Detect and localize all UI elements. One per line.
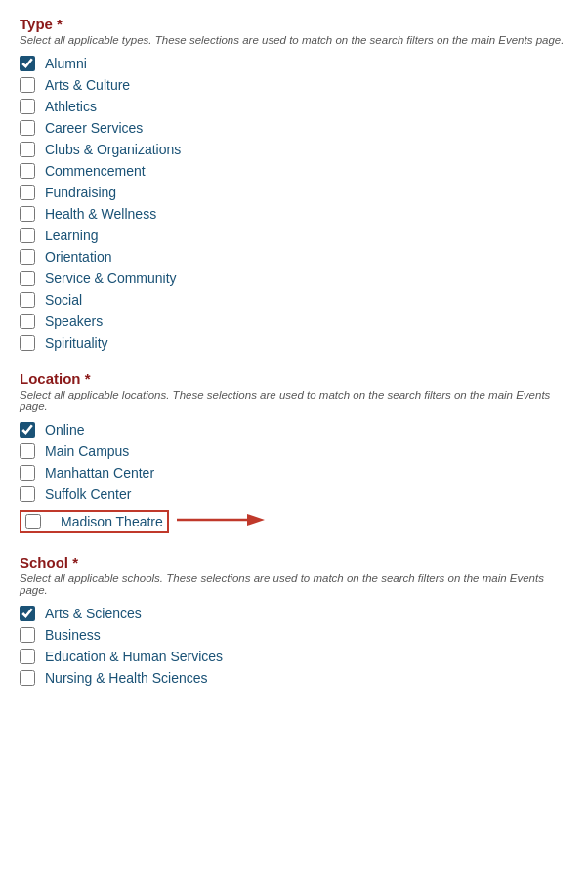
business-label[interactable]: Business [45, 627, 101, 643]
main-campus-checkbox[interactable] [20, 443, 35, 459]
career-services-checkbox[interactable] [20, 120, 35, 136]
madison-theatre-checkbox[interactable] [25, 514, 41, 529]
svg-marker-1 [247, 514, 265, 526]
service-community-checkbox[interactable] [20, 271, 35, 286]
list-item: Athletics [20, 99, 568, 114]
arrow-icon [177, 508, 265, 534]
business-checkbox[interactable] [20, 627, 35, 643]
suffolk-center-checkbox[interactable] [20, 486, 35, 502]
nursing-health-sciences-checkbox[interactable] [20, 670, 35, 686]
fundraising-checkbox[interactable] [20, 185, 35, 200]
location-section-title: Location * [20, 370, 568, 387]
nursing-health-sciences-label[interactable]: Nursing & Health Sciences [45, 670, 208, 686]
list-item: Career Services [20, 120, 568, 136]
list-item: Health & Wellness [20, 206, 568, 222]
list-item: Learning [20, 228, 568, 243]
alumni-label[interactable]: Alumni [45, 56, 87, 71]
madison-theatre-item: Madison Theatre [20, 508, 568, 534]
list-item: Arts & Culture [20, 77, 568, 93]
manhattan-center-checkbox[interactable] [20, 465, 35, 481]
clubs-organizations-label[interactable]: Clubs & Organizations [45, 142, 181, 157]
spirituality-label[interactable]: Spirituality [45, 335, 108, 351]
orientation-checkbox[interactable] [20, 249, 35, 265]
fundraising-label[interactable]: Fundraising [45, 185, 116, 200]
spirituality-checkbox[interactable] [20, 335, 35, 351]
list-item: Suffolk Center [20, 486, 568, 502]
orientation-label[interactable]: Orientation [45, 249, 111, 265]
school-section-desc: Select all applicable schools. These sel… [20, 572, 568, 596]
list-item: Nursing & Health Sciences [20, 670, 568, 686]
learning-checkbox[interactable] [20, 228, 35, 243]
main-campus-label[interactable]: Main Campus [45, 443, 129, 459]
location-checkbox-list: Online Main Campus Manhattan Center Suff… [20, 422, 568, 534]
arts-sciences-checkbox[interactable] [20, 606, 35, 621]
athletics-checkbox[interactable] [20, 99, 35, 114]
type-section-title: Type * [20, 16, 568, 32]
list-item: Business [20, 627, 568, 643]
arts-culture-label[interactable]: Arts & Culture [45, 77, 130, 93]
list-item: Social [20, 292, 568, 308]
list-item: Orientation [20, 249, 568, 265]
athletics-label[interactable]: Athletics [45, 99, 97, 114]
list-item: Speakers [20, 314, 568, 329]
service-community-label[interactable]: Service & Community [45, 271, 177, 286]
school-required-star: * [72, 554, 78, 570]
school-title-text: School [20, 554, 68, 570]
list-item: Alumni [20, 56, 568, 71]
speakers-label[interactable]: Speakers [45, 314, 103, 329]
education-human-services-label[interactable]: Education & Human Services [45, 649, 223, 664]
online-checkbox[interactable] [20, 422, 35, 438]
type-required-star: * [57, 16, 63, 32]
arts-culture-checkbox[interactable] [20, 77, 35, 93]
suffolk-center-label[interactable]: Suffolk Center [45, 486, 131, 502]
speakers-checkbox[interactable] [20, 314, 35, 329]
list-item: Commencement [20, 163, 568, 179]
list-item: Education & Human Services [20, 649, 568, 664]
health-wellness-label[interactable]: Health & Wellness [45, 206, 156, 222]
madison-theatre-highlighted-row: Madison Theatre [20, 510, 169, 533]
arts-sciences-label[interactable]: Arts & Sciences [45, 606, 142, 621]
location-section-desc: Select all applicable locations. These s… [20, 389, 568, 412]
list-item: Main Campus [20, 443, 568, 459]
social-label[interactable]: Social [45, 292, 82, 308]
type-section-desc: Select all applicable types. These selec… [20, 34, 568, 46]
list-item: Manhattan Center [20, 465, 568, 481]
list-item: Arts & Sciences [20, 606, 568, 621]
location-title-text: Location [20, 370, 81, 387]
clubs-organizations-checkbox[interactable] [20, 142, 35, 157]
health-wellness-checkbox[interactable] [20, 206, 35, 222]
commencement-checkbox[interactable] [20, 163, 35, 179]
madison-theatre-label[interactable]: Madison Theatre [61, 514, 163, 529]
manhattan-center-label[interactable]: Manhattan Center [45, 465, 154, 481]
type-checkbox-list: Alumni Arts & Culture Athletics Career S… [20, 56, 568, 351]
education-human-services-checkbox[interactable] [20, 649, 35, 664]
school-checkbox-list: Arts & Sciences Business Education & Hum… [20, 606, 568, 686]
list-item: Clubs & Organizations [20, 142, 568, 157]
school-section: School * Select all applicable schools. … [20, 554, 568, 686]
alumni-checkbox[interactable] [20, 56, 35, 71]
list-item: Online [20, 422, 568, 438]
list-item: Spirituality [20, 335, 568, 351]
type-section: Type * Select all applicable types. Thes… [20, 16, 568, 351]
commencement-label[interactable]: Commencement [45, 163, 146, 179]
list-item: Service & Community [20, 271, 568, 286]
school-section-title: School * [20, 554, 568, 570]
location-required-star: * [85, 370, 91, 387]
learning-label[interactable]: Learning [45, 228, 99, 243]
career-services-label[interactable]: Career Services [45, 120, 143, 136]
online-label[interactable]: Online [45, 422, 84, 438]
location-section: Location * Select all applicable locatio… [20, 370, 568, 534]
list-item: Fundraising [20, 185, 568, 200]
social-checkbox[interactable] [20, 292, 35, 308]
type-title-text: Type [20, 16, 53, 32]
